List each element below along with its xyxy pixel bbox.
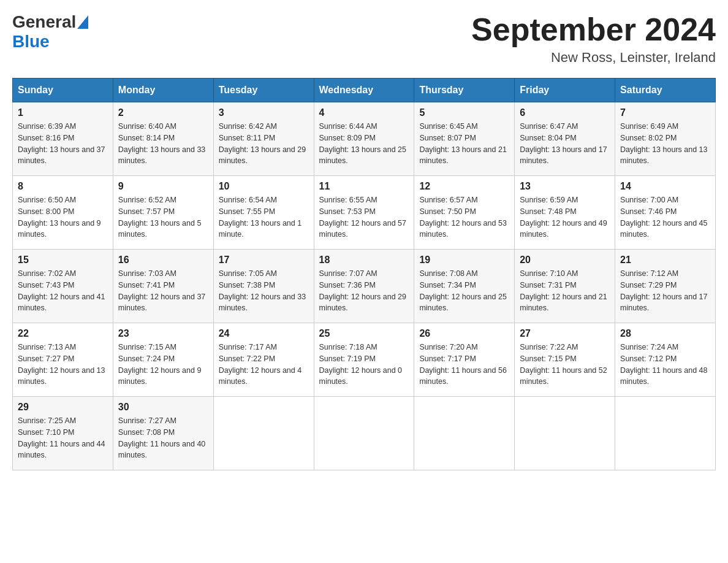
day-number: 22 (18, 328, 108, 339)
calendar-cell: 27Sunrise: 7:22 AMSunset: 7:15 PMDayligh… (515, 323, 615, 397)
day-info: Sunrise: 6:49 AMSunset: 8:02 PMDaylight:… (620, 121, 710, 167)
calendar-cell: 16Sunrise: 7:03 AMSunset: 7:41 PMDayligh… (113, 250, 213, 323)
day-info: Sunrise: 7:00 AMSunset: 7:46 PMDaylight:… (620, 194, 710, 240)
day-info: Sunrise: 7:08 AMSunset: 7:34 PMDaylight:… (419, 268, 509, 314)
week-row-5: 29Sunrise: 7:25 AMSunset: 7:10 PMDayligh… (13, 397, 716, 470)
day-number: 19 (419, 255, 509, 266)
day-info: Sunrise: 7:24 AMSunset: 7:12 PMDaylight:… (620, 342, 710, 388)
logo-triangle-icon (77, 15, 88, 29)
day-info: Sunrise: 6:59 AMSunset: 7:48 PMDaylight:… (520, 194, 610, 240)
day-info: Sunrise: 7:03 AMSunset: 7:41 PMDaylight:… (118, 268, 208, 314)
day-info: Sunrise: 6:55 AMSunset: 7:53 PMDaylight:… (319, 194, 409, 240)
day-number: 6 (520, 107, 610, 118)
calendar-cell: 17Sunrise: 7:05 AMSunset: 7:38 PMDayligh… (213, 250, 314, 323)
calendar-cell: 24Sunrise: 7:17 AMSunset: 7:22 PMDayligh… (213, 323, 314, 397)
day-number: 12 (419, 181, 509, 192)
calendar-cell: 15Sunrise: 7:02 AMSunset: 7:43 PMDayligh… (13, 250, 113, 323)
day-number: 14 (620, 181, 710, 192)
calendar-cell: 22Sunrise: 7:13 AMSunset: 7:27 PMDayligh… (13, 323, 113, 397)
calendar-cell (213, 397, 314, 470)
header-thursday: Thursday (414, 79, 515, 102)
day-number: 1 (18, 107, 108, 118)
day-number: 25 (319, 328, 409, 339)
header-saturday: Saturday (615, 79, 716, 102)
calendar-cell: 10Sunrise: 6:54 AMSunset: 7:55 PMDayligh… (213, 176, 314, 250)
day-info: Sunrise: 6:45 AMSunset: 8:07 PMDaylight:… (419, 121, 509, 167)
calendar-cell: 7Sunrise: 6:49 AMSunset: 8:02 PMDaylight… (615, 102, 716, 176)
calendar-cell: 18Sunrise: 7:07 AMSunset: 7:36 PMDayligh… (314, 250, 414, 323)
calendar-cell: 23Sunrise: 7:15 AMSunset: 7:24 PMDayligh… (113, 323, 213, 397)
day-info: Sunrise: 7:10 AMSunset: 7:31 PMDaylight:… (520, 268, 610, 314)
calendar-cell: 30Sunrise: 7:27 AMSunset: 7:08 PMDayligh… (113, 397, 213, 470)
header-friday: Friday (515, 79, 615, 102)
logo-area: General Blue (12, 12, 88, 52)
day-number: 17 (219, 255, 309, 266)
day-info: Sunrise: 6:57 AMSunset: 7:50 PMDaylight:… (419, 194, 509, 240)
location-title: New Ross, Leinster, Ireland (471, 50, 716, 66)
day-info: Sunrise: 6:44 AMSunset: 8:09 PMDaylight:… (319, 121, 409, 167)
day-number: 30 (118, 402, 208, 413)
calendar-cell: 12Sunrise: 6:57 AMSunset: 7:50 PMDayligh… (414, 176, 515, 250)
day-info: Sunrise: 7:20 AMSunset: 7:17 PMDaylight:… (419, 342, 509, 388)
day-number: 26 (419, 328, 509, 339)
logo-blue-text: Blue (12, 32, 50, 51)
calendar-cell: 13Sunrise: 6:59 AMSunset: 7:48 PMDayligh… (515, 176, 615, 250)
day-info: Sunrise: 7:07 AMSunset: 7:36 PMDaylight:… (319, 268, 409, 314)
calendar-cell: 14Sunrise: 7:00 AMSunset: 7:46 PMDayligh… (615, 176, 716, 250)
day-info: Sunrise: 7:22 AMSunset: 7:15 PMDaylight:… (520, 342, 610, 388)
calendar-table: SundayMondayTuesdayWednesdayThursdayFrid… (12, 78, 716, 470)
header-monday: Monday (113, 79, 213, 102)
calendar-cell: 6Sunrise: 6:47 AMSunset: 8:04 PMDaylight… (515, 102, 615, 176)
calendar-cell: 9Sunrise: 6:52 AMSunset: 7:57 PMDaylight… (113, 176, 213, 250)
calendar-cell: 1Sunrise: 6:39 AMSunset: 8:16 PMDaylight… (13, 102, 113, 176)
day-info: Sunrise: 7:12 AMSunset: 7:29 PMDaylight:… (620, 268, 710, 314)
day-info: Sunrise: 6:39 AMSunset: 8:16 PMDaylight:… (18, 121, 108, 167)
calendar-cell (414, 397, 515, 470)
month-title: September 2024 (471, 12, 716, 47)
day-info: Sunrise: 6:40 AMSunset: 8:14 PMDaylight:… (118, 121, 208, 167)
day-number: 2 (118, 107, 208, 118)
day-info: Sunrise: 7:25 AMSunset: 7:10 PMDaylight:… (18, 415, 108, 461)
calendar-cell: 21Sunrise: 7:12 AMSunset: 7:29 PMDayligh… (615, 250, 716, 323)
week-row-4: 22Sunrise: 7:13 AMSunset: 7:27 PMDayligh… (13, 323, 716, 397)
day-number: 29 (18, 402, 108, 413)
day-info: Sunrise: 7:02 AMSunset: 7:43 PMDaylight:… (18, 268, 108, 314)
day-info: Sunrise: 6:42 AMSunset: 8:11 PMDaylight:… (219, 121, 309, 167)
day-number: 9 (118, 181, 208, 192)
day-number: 21 (620, 255, 710, 266)
day-number: 8 (18, 181, 108, 192)
day-info: Sunrise: 6:50 AMSunset: 8:00 PMDaylight:… (18, 194, 108, 240)
calendar-cell: 3Sunrise: 6:42 AMSunset: 8:11 PMDaylight… (213, 102, 314, 176)
day-number: 10 (219, 181, 309, 192)
logo-general-text: General (12, 12, 76, 32)
day-info: Sunrise: 7:13 AMSunset: 7:27 PMDaylight:… (18, 342, 108, 388)
day-info: Sunrise: 7:27 AMSunset: 7:08 PMDaylight:… (118, 415, 208, 461)
day-info: Sunrise: 7:18 AMSunset: 7:19 PMDaylight:… (319, 342, 409, 388)
calendar-cell: 5Sunrise: 6:45 AMSunset: 8:07 PMDaylight… (414, 102, 515, 176)
day-info: Sunrise: 6:47 AMSunset: 8:04 PMDaylight:… (520, 121, 610, 167)
week-row-3: 15Sunrise: 7:02 AMSunset: 7:43 PMDayligh… (13, 250, 716, 323)
day-info: Sunrise: 7:17 AMSunset: 7:22 PMDaylight:… (219, 342, 309, 388)
day-number: 15 (18, 255, 108, 266)
page-header: General Blue September 2024 New Ross, Le… (12, 12, 716, 66)
calendar-header-row: SundayMondayTuesdayWednesdayThursdayFrid… (13, 79, 716, 102)
calendar-cell: 20Sunrise: 7:10 AMSunset: 7:31 PMDayligh… (515, 250, 615, 323)
day-number: 5 (419, 107, 509, 118)
calendar-cell: 8Sunrise: 6:50 AMSunset: 8:00 PMDaylight… (13, 176, 113, 250)
day-number: 20 (520, 255, 610, 266)
day-number: 13 (520, 181, 610, 192)
week-row-2: 8Sunrise: 6:50 AMSunset: 8:00 PMDaylight… (13, 176, 716, 250)
header-wednesday: Wednesday (314, 79, 414, 102)
calendar-cell (314, 397, 414, 470)
day-number: 16 (118, 255, 208, 266)
day-number: 18 (319, 255, 409, 266)
calendar-cell: 28Sunrise: 7:24 AMSunset: 7:12 PMDayligh… (615, 323, 716, 397)
calendar-cell: 25Sunrise: 7:18 AMSunset: 7:19 PMDayligh… (314, 323, 414, 397)
day-number: 11 (319, 181, 409, 192)
calendar-cell: 29Sunrise: 7:25 AMSunset: 7:10 PMDayligh… (13, 397, 113, 470)
day-info: Sunrise: 7:05 AMSunset: 7:38 PMDaylight:… (219, 268, 309, 314)
week-row-1: 1Sunrise: 6:39 AMSunset: 8:16 PMDaylight… (13, 102, 716, 176)
calendar-cell (515, 397, 615, 470)
day-number: 7 (620, 107, 710, 118)
calendar-cell: 19Sunrise: 7:08 AMSunset: 7:34 PMDayligh… (414, 250, 515, 323)
